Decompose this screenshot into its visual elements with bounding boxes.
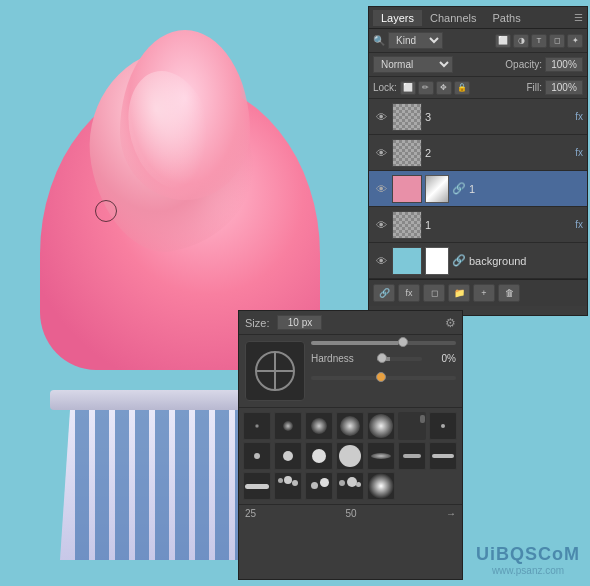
fill-row: Fill: — [526, 80, 583, 95]
hardness-slider-thumb[interactable] — [377, 353, 387, 363]
angle-slider-track[interactable] — [311, 376, 456, 380]
angle-slider-thumb[interactable] — [376, 372, 386, 382]
layer-mask-1a — [425, 175, 449, 203]
add-style-button[interactable]: fx — [398, 284, 420, 302]
size-slider-track[interactable] — [311, 341, 456, 345]
preset-scatter-1[interactable] — [274, 472, 302, 500]
new-group-button[interactable]: 📁 — [448, 284, 470, 302]
layer-item-3[interactable]: 👁 3 fx — [369, 99, 587, 135]
tab-layers[interactable]: Layers — [373, 10, 422, 26]
size-slider-row — [311, 341, 456, 345]
filter-icons: ⬜ ◑ T ◻ ✦ — [495, 34, 583, 48]
add-mask-button[interactable]: ◻ — [423, 284, 445, 302]
lock-row: Lock: ⬜ ✏ ✥ 🔒 Fill: — [369, 77, 587, 99]
visibility-icon-1a[interactable]: 👁 — [373, 183, 389, 195]
layer-fx-3: fx — [575, 111, 583, 122]
opacity-row: Opacity: — [505, 57, 583, 72]
layer-fx-1b: fx — [575, 219, 583, 230]
opacity-input[interactable] — [545, 57, 583, 72]
visibility-icon-1b[interactable]: 👁 — [373, 219, 389, 231]
type-filter-icon[interactable]: T — [531, 34, 547, 48]
panel-menu-icon[interactable]: ☰ — [574, 12, 583, 23]
preset-special-1[interactable] — [367, 442, 395, 470]
panel-tabs: Layers Channels Paths ☰ — [369, 7, 587, 29]
visibility-icon-3[interactable]: 👁 — [373, 111, 389, 123]
brush-size-input[interactable] — [277, 315, 322, 330]
layer-name-bg: background — [469, 255, 583, 267]
search-icon: 🔍 — [373, 35, 385, 46]
lock-move-icon[interactable]: ✥ — [436, 81, 452, 95]
size-slider-thumb[interactable] — [398, 337, 408, 347]
preset-num-50: 50 — [346, 508, 357, 519]
lock-transparent-icon[interactable]: ⬜ — [400, 81, 416, 95]
brush-circle-preview — [245, 341, 305, 401]
cupcake-cup — [50, 400, 270, 560]
tab-paths[interactable]: Paths — [485, 10, 529, 26]
preset-soft-16[interactable] — [305, 412, 333, 440]
preset-large-soft[interactable] — [367, 472, 395, 500]
new-layer-button[interactable]: + — [473, 284, 495, 302]
visibility-icon-bg[interactable]: 👁 — [373, 255, 389, 267]
brush-settings-icon[interactable]: ⚙ — [445, 316, 456, 330]
preset-soft-4[interactable] — [243, 412, 271, 440]
smart-filter-icon[interactable]: ✦ — [567, 34, 583, 48]
brush-presets-footer: 25 50 → — [239, 504, 462, 522]
shape-filter-icon[interactable]: ◻ — [549, 34, 565, 48]
preset-special-3[interactable] — [429, 442, 457, 470]
presets-container — [243, 412, 458, 500]
preset-scatter-3[interactable] — [336, 472, 364, 500]
layer-thumb-1b — [392, 211, 422, 239]
lock-all-icon[interactable]: 🔒 — [454, 81, 470, 95]
layers-list: 👁 3 fx 👁 2 fx 👁 🔗 1 👁 1 fx — [369, 99, 587, 279]
adjust-filter-icon[interactable]: ◑ — [513, 34, 529, 48]
layer-thumb-3 — [392, 103, 422, 131]
fill-input[interactable] — [545, 80, 583, 95]
hardness-value: 0% — [428, 353, 456, 364]
lock-label: Lock: — [373, 82, 397, 93]
preset-special-4[interactable] — [243, 472, 271, 500]
preset-arrow: → — [446, 508, 456, 519]
preset-special-2[interactable] — [398, 442, 426, 470]
preset-hard-6[interactable] — [243, 442, 271, 470]
brush-crosshair — [255, 351, 295, 391]
preset-hard-22[interactable] — [336, 442, 364, 470]
layer-item-1-bot[interactable]: 👁 1 fx — [369, 207, 587, 243]
tab-channels[interactable]: Channels — [422, 10, 484, 26]
layer-chain-icon: 🔗 — [452, 182, 466, 195]
preset-soft-22[interactable] — [336, 412, 364, 440]
blend-row: Normal Opacity: — [369, 53, 587, 77]
preset-soft-26[interactable] — [367, 412, 395, 440]
pixel-filter-icon[interactable]: ⬜ — [495, 34, 511, 48]
layer-mask-bg — [425, 247, 449, 275]
layer-chain-icon-bg: 🔗 — [452, 254, 466, 267]
hardness-slider-track[interactable] — [377, 357, 422, 361]
preset-scatter-2[interactable] — [305, 472, 333, 500]
link-layers-button[interactable]: 🔗 — [373, 284, 395, 302]
lock-icons: ⬜ ✏ ✥ 🔒 — [400, 81, 470, 95]
layer-item-2[interactable]: 👁 2 fx — [369, 135, 587, 171]
preset-hard-4[interactable] — [429, 412, 457, 440]
layer-name-2: 2 — [425, 147, 570, 159]
watermark: UiBQSCoM www.psanz.com — [476, 544, 580, 576]
visibility-icon-2[interactable]: 👁 — [373, 147, 389, 159]
layer-item-background[interactable]: 👁 🔗 background — [369, 243, 587, 279]
preset-hard-14[interactable] — [305, 442, 333, 470]
brush-preview-area: Hardness 0% — [239, 335, 462, 408]
brush-size-label: Size: — [245, 317, 269, 329]
brush-cursor — [95, 200, 117, 222]
search-row: 🔍 Kind ⬜ ◑ T ◻ ✦ — [369, 29, 587, 53]
blend-mode-select[interactable]: Normal — [373, 56, 453, 73]
layer-name-1a: 1 — [469, 183, 583, 195]
lock-paint-icon[interactable]: ✏ — [418, 81, 434, 95]
hardness-slider-row: Hardness 0% — [311, 353, 456, 364]
kind-select[interactable]: Kind — [388, 32, 443, 49]
brush-sliders: Hardness 0% — [311, 341, 456, 401]
preset-num-25: 25 — [245, 508, 256, 519]
preset-hard-10[interactable] — [274, 442, 302, 470]
preset-soft-8[interactable] — [274, 412, 302, 440]
hardness-label: Hardness — [311, 353, 371, 364]
brush-size-row: Size: ⚙ — [239, 311, 462, 335]
delete-layer-button[interactable]: 🗑 — [498, 284, 520, 302]
opacity-label: Opacity: — [505, 59, 542, 70]
layer-item-1-selected[interactable]: 👁 🔗 1 — [369, 171, 587, 207]
